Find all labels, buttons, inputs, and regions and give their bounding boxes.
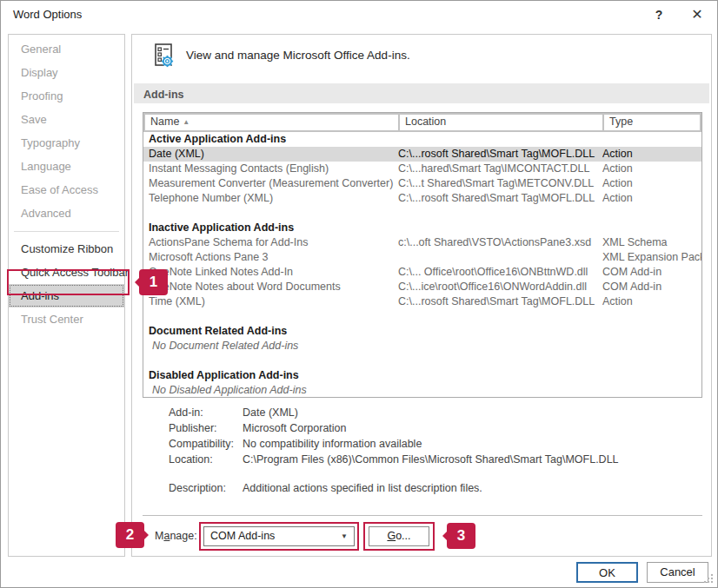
detail-value: C:\Program Files (x86)\Common Files\Micr… <box>243 452 619 467</box>
table-row[interactable]: ActionsPane Schema for Add-Insc:\...oft … <box>143 235 701 250</box>
cell-name: Date (XML) <box>143 147 398 162</box>
table-row[interactable]: Telephone Number (XML)C:\...rosoft Share… <box>143 191 701 206</box>
sidebar-item-advanced[interactable]: Advanced <box>9 202 124 225</box>
cell-location: C:\...rosoft Shared\Smart Tag\MOFL.DLL <box>398 147 602 162</box>
sidebar-item-ease-of-access[interactable]: Ease of Access <box>9 178 124 202</box>
cell-location: C:\... Office\root\Office16\ONBttnWD.dll <box>398 265 602 280</box>
table-empty-note: No Disabled Application Add-ins <box>143 383 701 398</box>
detail-row: Publisher:Microsoft Corporation <box>169 420 619 436</box>
table-empty-note: No Document Related Add-ins <box>143 339 701 353</box>
detail-value: Date (XML) <box>243 405 298 420</box>
detail-row: Description:Additional actions specified… <box>169 480 619 496</box>
manage-label: Manage: <box>155 530 197 542</box>
sidebar: GeneralDisplayProofingSaveTypographyLang… <box>8 34 125 557</box>
cell-name: OneNote Notes about Word Documents <box>143 280 398 294</box>
cell-location: C:\...t Shared\Smart Tag\METCONV.DLL <box>398 176 602 191</box>
sidebar-divider <box>14 231 119 232</box>
cell-type: Action <box>602 176 701 191</box>
dialog-title: Word Options <box>13 8 82 21</box>
table-row[interactable]: Time (XML)C:\...rosoft Shared\Smart Tag\… <box>143 294 701 309</box>
sidebar-item-trust-center[interactable]: Trust Center <box>9 307 124 331</box>
cell-type: XML Schema <box>602 235 701 250</box>
table-row[interactable]: OneNote Notes about Word DocumentsC:\...… <box>143 280 701 294</box>
table-body: Active Application Add-insDate (XML)C:\.… <box>143 132 701 398</box>
sidebar-item-customize-ribbon[interactable]: Customize Ribbon <box>9 237 124 261</box>
annotation-badge-1: 1 <box>139 269 168 295</box>
manage-dropdown-value: COM Add-ins <box>210 530 275 542</box>
table-row[interactable]: Date (XML)C:\...rosoft Shared\Smart Tag\… <box>143 147 701 162</box>
cell-name: Microsoft Actions Pane 3 <box>143 250 398 265</box>
cell-name: Measurement Converter (Measurement Conve… <box>143 176 398 191</box>
cell-location: C:\...ice\root\Office16\ONWordAddin.dll <box>398 280 602 294</box>
cell-type: COM Add-in <box>602 280 701 294</box>
detail-value: No compatibility information available <box>243 436 422 452</box>
table-row[interactable]: OneNote Linked Notes Add-InC:\... Office… <box>143 265 701 280</box>
detail-row: Compatibility:No compatibility informati… <box>169 436 619 452</box>
ok-button[interactable]: OK <box>576 562 638 583</box>
manage-dropdown[interactable]: COM Add-ins ▼ <box>203 526 355 546</box>
cell-type: Action <box>602 162 701 176</box>
resize-grip[interactable] <box>703 573 714 584</box>
page-description: View and manage Microsoft Office Add-ins… <box>186 49 410 62</box>
cell-location: c:\...oft Shared\VSTO\ActionsPane3.xsd <box>398 235 602 250</box>
table-spacer <box>143 353 701 368</box>
detail-row: Add-in:Date (XML) <box>169 405 619 420</box>
cell-name: ActionsPane Schema for Add-Ins <box>143 235 398 250</box>
sort-ascending-icon: ▲ <box>183 118 189 126</box>
section-header-addins: Add-ins <box>134 83 709 103</box>
detail-label: Description: <box>169 480 243 496</box>
close-icon[interactable]: ✕ <box>684 4 710 25</box>
detail-label: Location: <box>169 452 243 467</box>
cell-location: C:\...rosoft Shared\Smart Tag\MOFL.DLL <box>398 191 602 206</box>
cell-type: Action <box>602 294 701 309</box>
cell-location <box>398 250 602 265</box>
help-icon[interactable]: ? <box>646 4 672 25</box>
detail-row: Location:C:\Program Files (x86)\Common F… <box>169 452 619 467</box>
cell-name: Instant Messaging Contacts (English) <box>143 162 398 176</box>
table-row[interactable]: Microsoft Actions Pane 3XML Expansion Pa… <box>143 250 701 265</box>
sidebar-item-general[interactable]: General <box>9 37 124 61</box>
column-header-location[interactable]: Location <box>400 115 602 130</box>
sidebar-item-add-ins[interactable]: Add-ins <box>9 284 124 307</box>
detail-value: Additional actions specified in list des… <box>243 480 482 496</box>
annotation-badge-3: 3 <box>447 523 475 549</box>
cancel-button[interactable]: Cancel <box>647 562 708 583</box>
table-group-header: Active Application Add-ins <box>143 132 701 147</box>
table-header-row: Name▲ Location Type <box>143 113 701 132</box>
cell-name: Time (XML) <box>143 294 398 309</box>
cell-type: COM Add-in <box>602 265 701 280</box>
detail-label: Add-in: <box>169 405 243 420</box>
cell-type: XML Expansion Pack <box>602 250 701 265</box>
cell-name: Telephone Number (XML) <box>143 191 398 206</box>
addins-gear-icon <box>153 43 177 70</box>
table-row[interactable]: Measurement Converter (Measurement Conve… <box>143 176 701 191</box>
column-header-type[interactable]: Type <box>604 115 700 130</box>
go-button[interactable]: Go... <box>369 526 429 546</box>
annotation-badge-2: 2 <box>116 522 144 548</box>
cell-location: C:\...rosoft Shared\Smart Tag\MOFL.DLL <box>398 294 602 309</box>
detail-value: Microsoft Corporation <box>243 420 347 436</box>
table-spacer <box>143 309 701 324</box>
sidebar-item-typography[interactable]: Typography <box>9 131 124 155</box>
detail-label: Publisher: <box>169 420 243 436</box>
table-group-header: Inactive Application Add-ins <box>143 221 701 235</box>
sidebar-item-proofing[interactable]: Proofing <box>9 84 124 108</box>
sidebar-item-language[interactable]: Language <box>9 155 124 178</box>
table-group-header: Document Related Add-ins <box>143 324 701 339</box>
sidebar-item-display[interactable]: Display <box>9 61 124 84</box>
section-title: Add-ins <box>143 89 184 101</box>
sidebar-item-quick-access-toolbar[interactable]: Quick Access Toolbar <box>9 261 124 284</box>
table-group-header: Disabled Application Add-ins <box>143 368 701 383</box>
addin-details: Add-in:Date (XML)Publisher:Microsoft Cor… <box>169 405 619 496</box>
manage-separator <box>143 515 702 516</box>
cell-type: Action <box>602 191 701 206</box>
cell-type: Action <box>602 147 701 162</box>
column-header-name[interactable]: Name▲ <box>145 115 398 130</box>
cell-location: C:\...hared\Smart Tag\IMCONTACT.DLL <box>398 162 602 176</box>
table-spacer <box>143 206 701 221</box>
word-options-dialog: Word Options ? ✕ GeneralDisplayProofingS… <box>0 0 718 588</box>
addins-table: Name▲ Location Type Active Application A… <box>143 112 702 398</box>
titlebar: Word Options ? ✕ <box>1 1 717 29</box>
sidebar-item-save[interactable]: Save <box>9 108 124 131</box>
table-row[interactable]: Instant Messaging Contacts (English)C:\.… <box>143 162 701 176</box>
